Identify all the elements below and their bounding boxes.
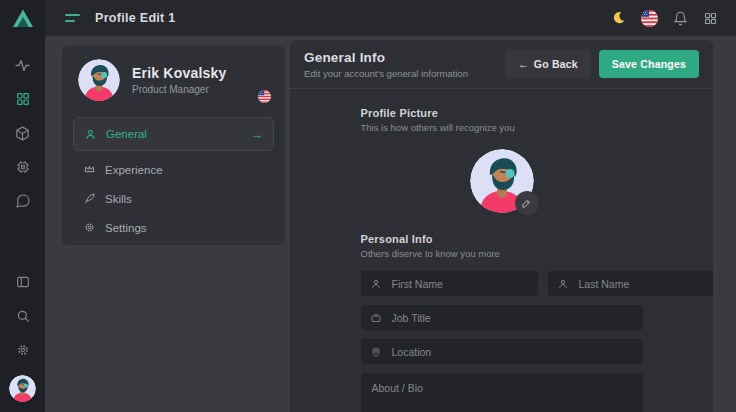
- general-info-panel: General Info Edit your account's general…: [290, 40, 713, 412]
- moon-icon[interactable]: [610, 10, 626, 26]
- crown-icon: [83, 163, 96, 176]
- first-name-input[interactable]: [390, 277, 529, 291]
- map-pin-icon: [370, 346, 382, 358]
- profile-picture-section: Profile Picture This is how others will …: [361, 107, 643, 133]
- profile-edit-app: { "window": { "title": "Profile Edit 1" …: [0, 0, 736, 412]
- arrow-right-icon: →: [250, 127, 263, 142]
- panel-header: General Info Edit your account's general…: [290, 40, 713, 89]
- profile-avatar: [78, 59, 120, 101]
- app-logo[interactable]: [0, 0, 45, 36]
- menu-item-label: Skills: [105, 193, 132, 205]
- activity-icon[interactable]: [0, 48, 45, 82]
- chat-icon[interactable]: [0, 184, 45, 218]
- section-subtitle: This is how others will recognize you: [361, 122, 643, 133]
- location-input[interactable]: [390, 345, 634, 359]
- menu-toggle-icon[interactable]: [65, 14, 80, 22]
- settings-menu: General → Experience Skills Settings: [62, 111, 285, 242]
- menu-item-label: Experience: [105, 164, 163, 176]
- search-icon[interactable]: [0, 299, 45, 333]
- job-title-input[interactable]: [390, 311, 634, 325]
- layout-panel-icon[interactable]: [0, 265, 45, 299]
- top-header: Profile Edit 1: [45, 0, 736, 36]
- go-back-button[interactable]: ←Go Back: [505, 50, 591, 78]
- profile-summary: Erik Kovalsky Product Manager: [62, 46, 285, 111]
- edit-avatar-button[interactable]: [515, 191, 539, 215]
- gear-icon: [83, 221, 96, 234]
- dashboard-grid-icon[interactable]: [0, 82, 45, 116]
- user-icon: [370, 278, 382, 290]
- last-name-input[interactable]: [577, 277, 714, 291]
- feather-icon: [83, 192, 96, 205]
- icon-rail: [0, 0, 45, 412]
- arrow-left-icon: ←: [518, 58, 529, 70]
- section-subtitle: Others diserve to know you more: [361, 248, 643, 259]
- personal-info-section: Personal Info Others diserve to know you…: [361, 233, 643, 259]
- menu-item-skills[interactable]: Skills: [73, 184, 274, 213]
- profile-role: Product Manager: [132, 84, 226, 95]
- menu-item-label: General: [106, 128, 147, 140]
- pencil-icon: [521, 198, 532, 209]
- about-bio-textarea[interactable]: [361, 373, 643, 412]
- panel-body: Profile Picture This is how others will …: [290, 89, 713, 412]
- triangle-logo-icon: [12, 8, 34, 28]
- box-icon[interactable]: [0, 116, 45, 150]
- header-actions: [610, 10, 736, 27]
- us-flag-icon[interactable]: [641, 10, 658, 27]
- last-name-field: [548, 271, 714, 296]
- apps-grid-icon[interactable]: [703, 11, 718, 26]
- panel-subtitle: Edit your account's general information: [304, 68, 468, 79]
- profile-menu-card: Erik Kovalsky Product Manager General → …: [62, 46, 285, 245]
- panel-title: General Info: [304, 50, 468, 65]
- profile-picture: [470, 149, 534, 213]
- erik-avatar-icon: [78, 59, 120, 101]
- location-field: [361, 339, 643, 364]
- menu-item-experience[interactable]: Experience: [73, 155, 274, 184]
- menu-item-general[interactable]: General →: [73, 117, 274, 151]
- erik-avatar-icon: [9, 375, 36, 402]
- user-icon: [557, 278, 569, 290]
- user-icon: [84, 128, 97, 141]
- rail-user-avatar[interactable]: [9, 375, 36, 402]
- briefcase-icon: [370, 312, 382, 324]
- profile-name: Erik Kovalsky: [132, 65, 226, 81]
- us-flag-badge-icon: [258, 90, 271, 103]
- gear-icon[interactable]: [0, 333, 45, 367]
- menu-item-settings[interactable]: Settings: [73, 213, 274, 242]
- job-title-field: [361, 305, 643, 330]
- first-name-field: [361, 271, 538, 296]
- bell-icon[interactable]: [673, 11, 688, 26]
- section-title: Profile Picture: [361, 107, 643, 119]
- section-title: Personal Info: [361, 233, 643, 245]
- menu-item-label: Settings: [105, 222, 147, 234]
- page-title: Profile Edit 1: [95, 11, 176, 25]
- cpu-icon[interactable]: [0, 150, 45, 184]
- save-changes-button[interactable]: Save Changes: [599, 50, 699, 78]
